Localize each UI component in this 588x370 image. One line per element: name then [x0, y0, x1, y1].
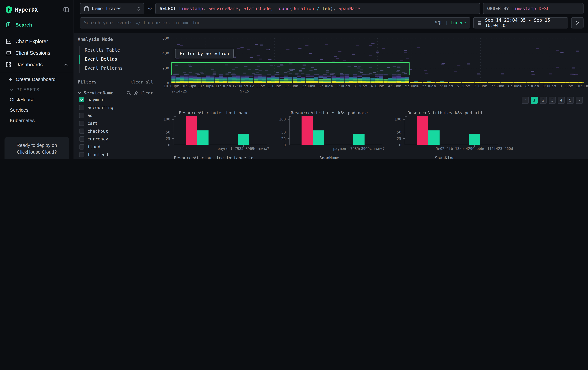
query-token: SpanName	[338, 6, 360, 11]
lucene-toggle[interactable]: Lucene	[451, 20, 466, 26]
checkbox[interactable]	[79, 128, 84, 134]
bar-inliers[interactable]	[313, 130, 324, 145]
y-tick-label: 50	[166, 130, 170, 134]
sql-select-input[interactable]: SELECT Timestamp, ServiceName, StatusCod…	[155, 3, 480, 14]
clear-all-filters[interactable]: Clear all	[131, 80, 153, 84]
sidebar-collapse-icon[interactable]	[63, 7, 69, 12]
filter-item[interactable]: ad	[78, 111, 153, 119]
query-token: Timestamp	[512, 6, 536, 11]
sidebar-subitem-label: Kubernetes	[10, 117, 35, 123]
pagination-page-5[interactable]: 5	[567, 97, 574, 104]
sidebar-nav: SearchChart ExplorerClient SessionsDashb…	[0, 17, 74, 72]
sidebar-item-dashboards[interactable]: Dashboards	[0, 59, 74, 70]
filter-group-header[interactable]: ServiceNameClear	[78, 90, 153, 96]
checkbox[interactable]	[79, 97, 84, 102]
checkbox[interactable]	[79, 152, 84, 157]
filter-item[interactable]: payment	[78, 96, 153, 103]
y-tick	[288, 119, 290, 120]
app-root: HyperDX SearchChart ExplorerClient Sessi…	[0, 0, 588, 159]
checkbox[interactable]	[79, 113, 84, 118]
sidebar-subitem-presets[interactable]: PRESETS	[0, 85, 74, 94]
filter-by-selection-button[interactable]: Filter by Selection	[175, 49, 233, 59]
filter-item-label: frontend	[87, 152, 108, 157]
search-icon[interactable]	[126, 90, 131, 95]
sql-toggle[interactable]: SQL	[435, 20, 443, 26]
query-token: 1e6	[322, 6, 330, 11]
sidebar-item-client-sessions[interactable]: Client Sessions	[0, 47, 74, 59]
run-query-button[interactable]	[571, 17, 584, 29]
query-token: ServiceName	[208, 6, 238, 11]
bar-outliers[interactable]	[417, 116, 428, 145]
filter-item[interactable]: frontend	[78, 150, 153, 159]
bar-inliers[interactable]	[238, 134, 249, 145]
query-token	[319, 6, 322, 11]
chevron-down-icon	[10, 88, 13, 90]
pin-icon[interactable]	[134, 90, 138, 95]
y-tick	[403, 138, 405, 139]
query-token: ORDER BY	[487, 6, 512, 11]
pagination-page-2[interactable]: 2	[540, 97, 547, 104]
x-tick-label: 5e02b5fb-13ae-4296-bbbc-111f423c460d	[436, 147, 513, 151]
filter-item[interactable]: cart	[78, 119, 153, 127]
mini-chart: ResourceAttribu..ice.instance.id02550100…	[161, 156, 267, 159]
x-tick-label: payment-7985c8969c-mwmw7	[218, 147, 269, 151]
pagination-next[interactable]: ›	[576, 97, 583, 104]
chart-title: SpanKind	[392, 156, 498, 159]
content-region: Analysis Mode Results TableEvent DeltasE…	[74, 33, 588, 159]
pagination-page-3[interactable]: 3	[549, 97, 556, 104]
heatmap-xtick: 8:00am	[508, 84, 522, 88]
filter-item-label: checkout	[87, 128, 108, 134]
data-source-value: Demo Traces	[92, 6, 134, 11]
analysis-mode-results-table[interactable]: Results Table	[80, 46, 153, 55]
checkbox[interactable]	[79, 120, 84, 126]
bar-inliers[interactable]	[428, 130, 439, 145]
heatmap-xtick: 5:30am	[422, 84, 436, 88]
analysis-mode-event-patterns[interactable]: Event Patterns	[80, 64, 153, 73]
sidebar-subitem-services[interactable]: Services	[0, 105, 74, 115]
app-title: HyperDX	[15, 7, 60, 13]
order-by-input[interactable]: ORDER BY Timestamp DESC	[483, 3, 584, 14]
promo-text: ClickHouse Cloud?	[8, 149, 65, 156]
main-region: Demo Traces ⚙ SELECT Timestamp, ServiceN…	[74, 0, 588, 159]
bar-inliers[interactable]	[469, 134, 480, 145]
search-input[interactable]	[84, 20, 431, 26]
query-token: )	[330, 6, 333, 11]
pagination-page-1[interactable]: 1	[531, 97, 538, 104]
checkbox[interactable]	[79, 144, 84, 150]
pagination-prev[interactable]: ‹	[522, 97, 529, 104]
sidebar-subitem-kubernetes[interactable]: Kubernetes	[0, 115, 74, 125]
filter-item-label: cart	[87, 120, 98, 126]
filter-item[interactable]: accounting	[78, 103, 153, 111]
sidebar-subitem-label: Create Dashboard	[16, 76, 55, 82]
time-range-picker[interactable]: Sep 14 22:04:35 - Sep 15 10:04:35	[473, 17, 568, 29]
sidebar-item-chart-explorer[interactable]: Chart Explorer	[0, 36, 74, 47]
checkbox[interactable]	[79, 105, 84, 110]
data-source-select[interactable]: Demo Traces	[80, 3, 144, 14]
filter-item[interactable]: currency	[78, 135, 153, 143]
query-token: round	[276, 6, 290, 11]
pagination-page-4[interactable]: 4	[558, 97, 565, 104]
heatmap-selection-box[interactable]	[171, 62, 410, 75]
y-tick-label: 25	[166, 137, 170, 141]
checkbox[interactable]	[79, 136, 84, 141]
chart-title: ResourceAttributes.k8s.pod.name	[276, 110, 382, 116]
bar-outliers[interactable]	[186, 116, 197, 145]
filter-item[interactable]: flagd	[78, 143, 153, 150]
sidebar-item-search[interactable]: Search	[0, 17, 74, 32]
sidebar-subitem-create-dashboard[interactable]: +Create Dashboard	[0, 74, 74, 85]
filter-item[interactable]: checkout	[78, 127, 153, 135]
sidebar-subitem-label: PRESETS	[16, 87, 40, 92]
mini-chart: SpanKind02550100InternalServer	[392, 156, 498, 159]
filter-item[interactable]: frontend-proxy	[78, 159, 153, 159]
bar-inliers[interactable]	[353, 134, 365, 145]
analysis-mode-event-deltas[interactable]: Event Deltas	[80, 55, 153, 64]
clear-filter-button[interactable]: Clear	[141, 90, 153, 95]
chart-x-axis: payment-7985c8969c-mwmw7	[289, 145, 382, 151]
bar-outliers[interactable]	[301, 116, 313, 145]
sidebar-subitem-clickhouse[interactable]: ClickHouse	[0, 94, 74, 105]
filter-item-label: payment	[87, 97, 106, 102]
bar-inliers[interactable]	[197, 130, 209, 145]
duration-heatmap[interactable]: Filter by Selection	[171, 37, 584, 83]
heatmap-xtick: 4:00am	[371, 84, 384, 88]
gear-icon[interactable]: ⚙	[147, 5, 152, 12]
